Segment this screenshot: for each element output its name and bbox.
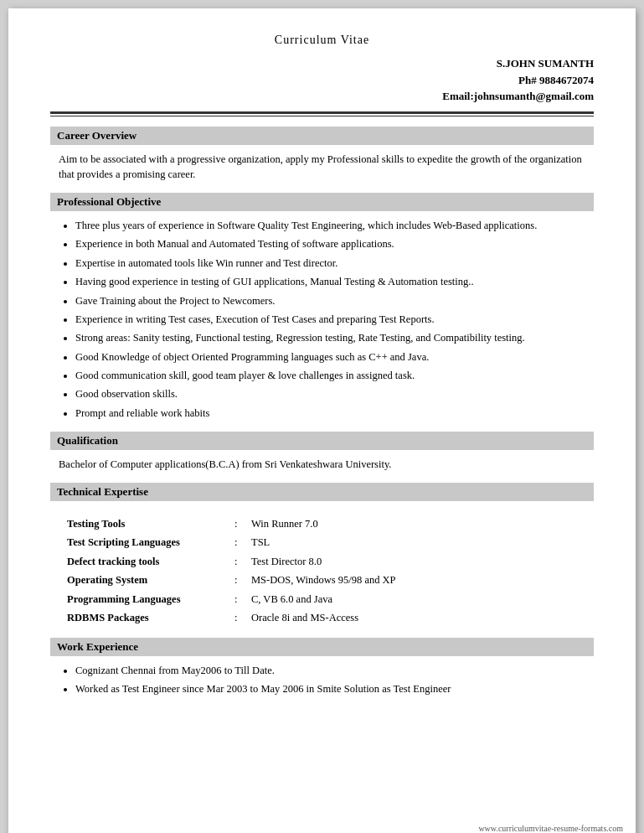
professional-objective-header: Professional Objective (50, 193, 594, 211)
tech-value: Oracle 8i and MS-Access (251, 608, 594, 628)
resume-page: Curriculum Vitae S.JOHN SUMANTH Ph# 9884… (8, 8, 636, 833)
table-row: Test Scripting Languages: TSL (67, 533, 594, 552)
tech-label: RDBMS Packages (67, 608, 234, 628)
contact-block: S.JOHN SUMANTH Ph# 9884672074 Email:john… (50, 55, 594, 105)
technical-expertise-header: Technical Expertise (50, 483, 594, 501)
career-overview-content: Aim to be associated with a progressive … (50, 152, 594, 184)
tech-value: Test Director 8.0 (251, 552, 594, 572)
tech-colon: : (234, 515, 251, 534)
table-row: Defect tracking tools: Test Director 8.0 (67, 552, 594, 572)
list-item: Experience in writing Test cases, Execut… (75, 312, 594, 328)
qualification-content: Bachelor of Computer applications(B.C.A)… (50, 457, 594, 473)
tech-colon: : (234, 552, 251, 572)
candidate-name: S.JOHN SUMANTH (50, 55, 594, 72)
tech-label: Test Scripting Languages (67, 533, 234, 552)
tech-label: Testing Tools (67, 515, 234, 534)
list-item: Gave Training about the Project to Newco… (75, 293, 594, 309)
list-item: Having good experience in testing of GUI… (75, 274, 594, 290)
tech-colon: : (234, 571, 251, 590)
career-overview-header: Career Overview (50, 127, 594, 145)
list-item: Strong areas: Sanity testing, Functional… (75, 330, 594, 346)
work-experience-list: Cognizant Chennai from May2006 to Till D… (50, 663, 594, 698)
tech-label: Programming Languages (67, 590, 234, 609)
list-item: Expertise in automated tools like Win ru… (75, 256, 594, 272)
tech-value: TSL (251, 533, 594, 552)
list-item: Good Knowledge of object Oriented Progra… (75, 349, 594, 365)
tech-value: MS-DOS, Windows 95/98 and XP (251, 571, 594, 590)
candidate-phone: Ph# 9884672074 (50, 72, 594, 89)
tech-label: Defect tracking tools (67, 552, 234, 572)
table-row: RDBMS Packages: Oracle 8i and MS-Access (67, 608, 594, 628)
tech-value: C, VB 6.0 and Java (251, 590, 594, 609)
table-row: Operating System: MS-DOS, Windows 95/98 … (67, 571, 594, 590)
tech-label: Operating System (67, 571, 234, 590)
technical-expertise-table: Testing Tools: Win Runner 7.0Test Script… (50, 508, 594, 628)
tech-colon: : (234, 590, 251, 609)
thin-divider (50, 116, 594, 116)
list-item: Worked as Test Engineer since Mar 2003 t… (75, 681, 594, 697)
list-item: Three plus years of experience in Softwa… (75, 218, 594, 234)
table-row: Testing Tools: Win Runner 7.0 (67, 515, 594, 534)
list-item: Good observation skills. (75, 386, 594, 402)
qualification-header: Qualification (50, 432, 594, 450)
list-item: Cognizant Chennai from May2006 to Till D… (75, 663, 594, 679)
candidate-email: Email:johnsumanth@gmail.com (50, 88, 594, 105)
list-item: Experience in both Manual and Automated … (75, 236, 594, 252)
tech-value: Win Runner 7.0 (251, 515, 594, 534)
watermark: www.curriculumvitae-resume-formats.com (478, 824, 623, 833)
list-item: Good communication skill, good team play… (75, 368, 594, 384)
work-experience-header: Work Experience (50, 638, 594, 656)
table-row: Programming Languages: C, VB 6.0 and Jav… (67, 590, 594, 609)
cv-title-block: Curriculum Vitae (50, 34, 594, 47)
tech-colon: : (234, 608, 251, 628)
professional-objective-list: Three plus years of experience in Softwa… (50, 218, 594, 422)
tech-colon: : (234, 533, 251, 552)
list-item: Prompt and reliable work habits (75, 406, 594, 422)
cv-title: Curriculum Vitae (50, 34, 594, 47)
thick-divider (50, 111, 594, 114)
